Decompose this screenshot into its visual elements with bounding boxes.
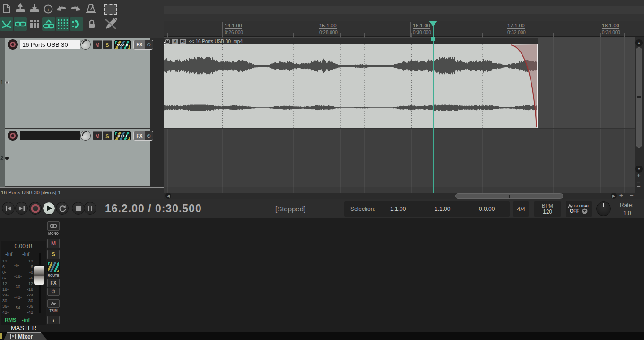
- track1-fx-group[interactable]: FX ⏻: [133, 40, 153, 50]
- master-fx-button[interactable]: FX: [47, 279, 60, 287]
- horizontal-scrollbar[interactable]: ◀ ▶ + −: [164, 193, 644, 199]
- vertical-scroll-thumb[interactable]: [636, 47, 642, 148]
- play-button[interactable]: [43, 202, 55, 215]
- selection-length-value[interactable]: 0.0.00: [479, 206, 495, 212]
- master-solo-button[interactable]: S: [47, 250, 60, 259]
- track2-name-field[interactable]: [20, 131, 80, 140]
- track2-dot: [5, 157, 9, 160]
- scroll-up-button[interactable]: ▲: [635, 39, 643, 46]
- master-volume-db[interactable]: 0.00dB: [1, 243, 46, 250]
- loop-button[interactable]: [56, 202, 69, 215]
- master-trim-button[interactable]: [47, 299, 60, 308]
- track2-fx-group[interactable]: FX ⏻: [133, 131, 153, 141]
- selection-start-value[interactable]: 1.1.00: [390, 206, 406, 212]
- track2-mute-button[interactable]: M: [93, 131, 102, 140]
- go-to-end-button[interactable]: [15, 202, 28, 215]
- item-volume-knob[interactable]: [165, 39, 170, 44]
- close-icon[interactable]: ✕: [10, 334, 16, 339]
- new-project-icon[interactable]: [3, 4, 10, 13]
- master-mono-button[interactable]: [47, 221, 60, 231]
- bpm-box[interactable]: BPM 120: [534, 201, 561, 217]
- horizontal-scroll-thumb[interactable]: [455, 193, 563, 199]
- pause-button[interactable]: [84, 202, 96, 215]
- selection-end-value[interactable]: 1.1.00: [435, 206, 450, 212]
- auto-crossfade-button[interactable]: [0, 17, 13, 31]
- track-panel-1[interactable]: 16 Ports USB 30 M S ROUTE FX ⏻: [5, 38, 150, 128]
- project-info-icon[interactable]: i: [44, 4, 53, 14]
- arrange-lane-track2[interactable]: [164, 129, 644, 187]
- time-signature-value: 4/4: [517, 206, 525, 213]
- metronome-icon[interactable]: [85, 3, 96, 14]
- track1-fx-bypass-icon[interactable]: ⏻: [145, 40, 153, 49]
- playrate-knob[interactable]: [596, 201, 611, 216]
- track2-route-button[interactable]: ROUTE: [114, 131, 131, 140]
- scroll-right-button[interactable]: ▶: [611, 193, 617, 199]
- master-route-label: ROUTE: [46, 274, 61, 277]
- track2-fx-bypass-icon[interactable]: ⏻: [145, 131, 153, 140]
- grid-dots-button[interactable]: [28, 17, 41, 31]
- track1-mute-button[interactable]: M: [93, 40, 102, 49]
- master-rms-value: -inf: [22, 317, 30, 323]
- scroll-left-button[interactable]: ◀: [165, 193, 171, 199]
- open-project-icon[interactable]: [15, 3, 26, 14]
- save-project-icon[interactable]: [29, 3, 40, 14]
- ripple-edit-button[interactable]: [70, 17, 83, 31]
- master-trim-label: TRIM: [46, 309, 61, 312]
- no-draw-pencil-icon[interactable]: [104, 17, 117, 31]
- stop-button[interactable]: [72, 202, 85, 215]
- redo-icon[interactable]: [70, 4, 82, 13]
- item-fx-button[interactable]: FX: [180, 39, 186, 44]
- media-item-waveform[interactable]: [164, 44, 538, 128]
- master-mono-label: MONO: [46, 232, 61, 235]
- track1-record-arm-button[interactable]: [8, 39, 18, 50]
- track1-solo-button[interactable]: S: [103, 40, 112, 49]
- rate-value[interactable]: 1.0: [623, 210, 631, 217]
- master-info-button[interactable]: i: [47, 316, 60, 324]
- transport-position-display[interactable]: 16.2.00 / 0:30.500: [105, 202, 202, 215]
- master-rms-label: RMS: [5, 317, 16, 323]
- vertical-zoom-in-button[interactable]: +: [637, 173, 641, 178]
- track1-pan-knob[interactable]: [80, 39, 91, 50]
- vertical-zoom-out-button[interactable]: −: [637, 184, 641, 189]
- track1-name-field[interactable]: 16 Ports USB 30: [20, 40, 80, 49]
- snap-to-grid-button[interactable]: [56, 17, 69, 31]
- master-fader-handle[interactable]: [34, 265, 44, 285]
- item-mute-button[interactable]: M: [172, 39, 178, 44]
- record-button[interactable]: [29, 202, 42, 215]
- media-item[interactable]: M FX << 16 Ports USB 30 .mp4: [164, 38, 538, 128]
- media-item-header[interactable]: M FX << 16 Ports USB 30 .mp4: [164, 38, 538, 44]
- tab-mixer[interactable]: ✕ Mixer: [4, 332, 47, 340]
- lock-button[interactable]: [85, 17, 98, 31]
- track1-route-button[interactable]: ROUTE: [114, 40, 131, 49]
- horizontal-zoom-in-button[interactable]: +: [619, 193, 623, 198]
- bpm-value[interactable]: 120: [543, 209, 552, 215]
- horizontal-zoom-out-button[interactable]: −: [630, 193, 634, 198]
- item-grouping-button[interactable]: [14, 17, 27, 31]
- undo-icon[interactable]: [55, 4, 68, 13]
- tcp-right-gap: [150, 38, 164, 187]
- track2-pan-knob[interactable]: [80, 131, 91, 141]
- dropdown-arrow-icon[interactable]: [582, 208, 588, 214]
- master-fx-bypass-button[interactable]: ⏻: [47, 288, 60, 296]
- waveform-canvas: [164, 44, 538, 128]
- master-route-button[interactable]: [47, 262, 60, 273]
- master-mute-button[interactable]: M: [47, 239, 60, 248]
- time-signature-box[interactable]: 4/4: [513, 201, 529, 217]
- edit-cursor-triangle[interactable]: [429, 21, 437, 26]
- selection-panel[interactable]: Selection: 1.1.00 1.1.00 0.0.00: [344, 201, 510, 217]
- track2-record-arm-button[interactable]: [8, 131, 18, 141]
- go-to-start-button[interactable]: [2, 202, 15, 215]
- bpm-label: BPM: [542, 203, 553, 209]
- track2-solo-button[interactable]: S: [103, 131, 112, 140]
- track-panel-2[interactable]: M S ROUTE FX ⏻: [5, 129, 150, 186]
- global-automation-box[interactable]: GLOBAL OFF: [566, 201, 592, 217]
- marquee-zoom-icon[interactable]: [104, 4, 117, 15]
- track1-fx-button[interactable]: FX: [134, 40, 145, 49]
- track2-fx-button[interactable]: FX: [134, 131, 145, 140]
- arrange-empty-area[interactable]: [164, 187, 644, 193]
- envelope-link-button[interactable]: [42, 17, 55, 31]
- edit-cursor[interactable]: [433, 21, 434, 193]
- global-automation-value[interactable]: OFF: [570, 209, 579, 214]
- vertical-scrollbar[interactable]: ▲ ▼ + – −: [635, 37, 644, 193]
- master-name-label[interactable]: MASTER: [0, 324, 47, 331]
